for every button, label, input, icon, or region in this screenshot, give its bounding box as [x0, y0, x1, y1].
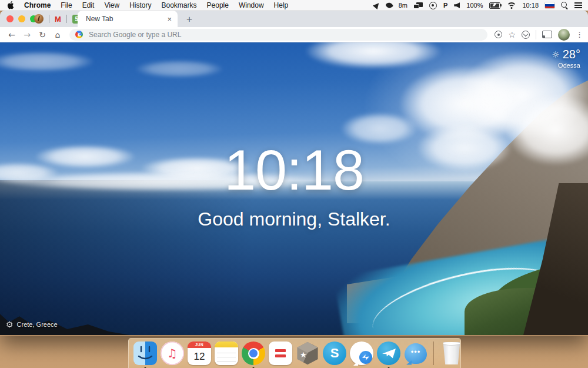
dock-messenger[interactable] — [349, 341, 374, 366]
telegram-icon — [377, 342, 400, 365]
profile-avatar[interactable] — [558, 29, 570, 41]
timer-status-label[interactable]: 8m — [399, 2, 407, 9]
google-logo-icon — [75, 31, 83, 38]
back-button[interactable]: ← — [5, 28, 19, 41]
weather-city: Odessa — [552, 62, 580, 69]
pinned-tabs: M 5 — [34, 11, 81, 27]
cube-star-icon: ★ — [296, 342, 319, 365]
punto-switcher-icon[interactable]: P — [443, 2, 447, 9]
red-equals-icon — [269, 342, 292, 365]
chrome-icon — [242, 342, 265, 365]
chrome-window: M 5 New Tab × + ← → ↻ ⌂ ☆ — [0, 11, 588, 336]
tab-separator — [49, 15, 49, 23]
bookmark-star-icon[interactable]: ☆ — [508, 30, 516, 39]
new-tab-button[interactable]: + — [182, 12, 196, 26]
tab-close-icon[interactable]: × — [167, 15, 172, 24]
photo-location[interactable]: ⚙ Crete, Greece — [6, 320, 58, 329]
toolbar-divider — [536, 30, 536, 39]
swoosh-status-icon[interactable] — [385, 1, 393, 9]
tab-separator — [66, 15, 67, 23]
notes-icon — [215, 342, 238, 365]
tab-strip: M 5 New Tab × + — [0, 11, 588, 27]
greeting-text: Good morning, Stalker. — [0, 208, 588, 230]
cast-icon[interactable] — [542, 31, 552, 38]
browser-menu-icon[interactable]: ⋮ — [576, 30, 583, 39]
trash-icon — [443, 342, 460, 364]
battery-charging-icon[interactable] — [489, 2, 500, 9]
weather-widget[interactable]: ☼ 28° Odessa — [552, 48, 580, 69]
menu-bar: Chrome File Edit View History Bookmarks … — [0, 0, 588, 11]
calendar-icon: JUN 12 — [188, 342, 211, 365]
settings-gear-icon[interactable]: ⚙ — [6, 320, 14, 329]
home-button[interactable]: ⌂ — [51, 28, 65, 41]
itunes-icon: ♫ — [161, 342, 184, 365]
notification-center-icon[interactable] — [574, 2, 582, 8]
messages-icon: ••• — [405, 343, 427, 364]
dock: ♫ JUN 12 ★ S — [128, 338, 461, 368]
close-window-button[interactable] — [6, 15, 14, 22]
active-tab[interactable]: New Tab × — [78, 11, 178, 27]
spotlight-search-icon[interactable] — [561, 2, 568, 9]
wheel-status-icon[interactable] — [429, 2, 437, 9]
menu-item-edit[interactable]: Edit — [82, 1, 95, 9]
pinned-tab-gmail[interactable]: M — [55, 15, 61, 23]
menu-item-file[interactable]: File — [61, 1, 72, 9]
dock-skype[interactable]: S — [322, 341, 347, 366]
reload-button[interactable]: ↻ — [35, 28, 49, 41]
menu-item-help[interactable]: Help — [274, 1, 289, 9]
displays-icon[interactable] — [414, 2, 423, 8]
location-services-icon[interactable] — [373, 1, 381, 9]
page-clock: 10:18 — [0, 141, 588, 198]
volume-icon[interactable] — [454, 2, 460, 8]
forward-button[interactable]: → — [20, 28, 34, 41]
apple-menu-icon[interactable] — [7, 1, 14, 9]
input-language-flag-icon[interactable] — [545, 2, 554, 8]
minimize-window-button[interactable] — [18, 15, 25, 22]
battery-percent-label: 100% — [466, 2, 483, 9]
dock-trash[interactable] — [439, 341, 464, 366]
wifi-icon[interactable] — [507, 2, 516, 9]
menu-item-history[interactable]: History — [129, 1, 151, 9]
tab-title: New Tab — [86, 15, 113, 23]
address-input[interactable] — [88, 30, 482, 39]
dock-itunes[interactable]: ♫ — [160, 341, 185, 366]
cloud — [0, 51, 94, 72]
new-tab-page: ☼ 28° Odessa 10:18 Good morning, Stalker… — [0, 42, 588, 335]
menu-app-name[interactable]: Chrome — [24, 1, 51, 9]
photo-location-label: Crete, Greece — [17, 321, 58, 328]
messenger-icon — [350, 342, 373, 365]
dock-equals-app[interactable] — [268, 341, 293, 366]
dock-messages[interactable]: ••• — [403, 341, 428, 366]
sun-icon: ☼ — [552, 49, 559, 60]
desktop: Chrome File Edit View History Bookmarks … — [0, 0, 588, 368]
weather-temperature: 28° — [563, 48, 580, 61]
dock-telegram[interactable] — [376, 341, 401, 366]
sea-shadow — [0, 180, 353, 335]
dock-calendar[interactable]: JUN 12 — [187, 341, 212, 366]
dock-divider — [433, 342, 434, 365]
omnibox[interactable] — [69, 29, 487, 41]
menu-item-people[interactable]: People — [207, 1, 229, 9]
menu-item-view[interactable]: View — [104, 1, 119, 9]
menu-clock[interactable]: 10:18 — [522, 2, 539, 9]
dock-notes[interactable] — [214, 341, 239, 366]
window-controls — [6, 15, 37, 22]
media-target-icon[interactable] — [495, 31, 502, 38]
dock-chrome[interactable] — [241, 341, 266, 366]
dock-finder[interactable] — [133, 341, 158, 366]
calendar-day: 12 — [188, 348, 211, 365]
skype-icon: S — [323, 342, 346, 365]
pocket-extension-icon[interactable] — [522, 31, 530, 39]
menu-item-bookmarks[interactable]: Bookmarks — [162, 1, 197, 9]
dock-cube-star-app[interactable]: ★ — [295, 341, 320, 366]
toolbar-actions: ☆ ⋮ — [492, 29, 583, 41]
pinned-tab-favicon[interactable] — [34, 14, 44, 24]
finder-icon — [133, 342, 157, 365]
menu-item-window[interactable]: Window — [239, 1, 264, 9]
cloud — [135, 60, 223, 78]
browser-toolbar: ← → ↻ ⌂ ☆ ⋮ — [0, 27, 588, 42]
calendar-month: JUN — [188, 342, 211, 348]
